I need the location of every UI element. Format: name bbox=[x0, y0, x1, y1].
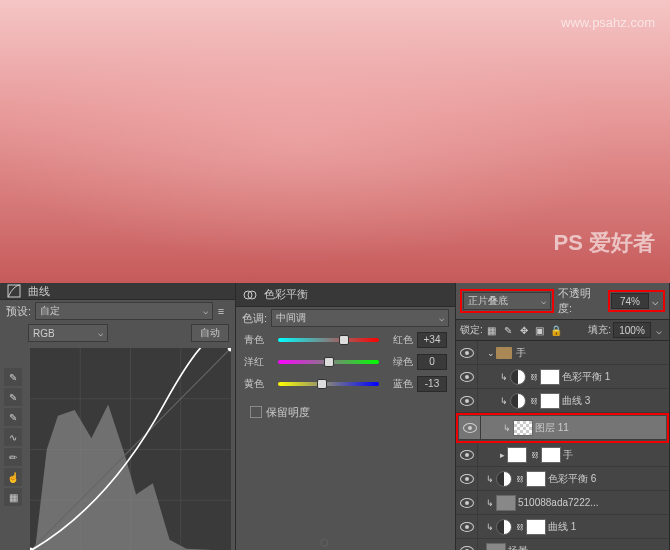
adjustment-icon bbox=[496, 471, 512, 487]
adjustment-icon bbox=[496, 519, 512, 535]
layer-row[interactable]: ↳ 图层 11 bbox=[459, 416, 666, 440]
preserve-luminosity-label: 保留明度 bbox=[266, 405, 310, 420]
auto-button[interactable]: 自动 bbox=[191, 324, 229, 342]
eye-icon bbox=[460, 498, 474, 508]
opacity-input[interactable] bbox=[611, 293, 649, 309]
visibility-toggle[interactable] bbox=[456, 515, 478, 539]
layer-row[interactable]: ↳⛓ 曲线 1 bbox=[456, 515, 669, 539]
visibility-toggle[interactable] bbox=[456, 341, 478, 365]
chevron-down-icon[interactable]: ⌵ bbox=[649, 295, 662, 308]
layer-name[interactable]: 曲线 3 bbox=[562, 394, 665, 408]
mask-thumbnail[interactable] bbox=[541, 447, 561, 463]
folder-icon bbox=[496, 347, 512, 359]
visibility-toggle[interactable] bbox=[456, 365, 478, 389]
layer-thumbnail[interactable] bbox=[496, 495, 516, 511]
tone-dropdown[interactable]: 中间调 bbox=[271, 309, 449, 327]
blend-mode-dropdown[interactable]: 正片叠底 bbox=[463, 292, 551, 310]
edit-points-icon[interactable]: ∿ bbox=[4, 428, 22, 446]
layers-list[interactable]: ⌄ 手 ↳⛓ 色彩平衡 1 ↳⛓ 曲线 3 ↳ 图层 11 ▸⛓ 手 ↳⛓ 色彩… bbox=[456, 341, 669, 550]
layer-row[interactable]: ↳⛓ 曲线 3 bbox=[456, 389, 669, 413]
opacity-label: 不透明度: bbox=[558, 286, 600, 316]
slider-right-label: 蓝色 bbox=[383, 377, 413, 391]
eyedropper-white-icon[interactable]: ✎ bbox=[4, 408, 22, 426]
slider-left-label: 青色 bbox=[244, 333, 274, 347]
mask-thumbnail[interactable] bbox=[540, 369, 560, 385]
slider-left-label: 洋红 bbox=[244, 355, 274, 369]
chevron-down-icon[interactable]: ⌵ bbox=[653, 325, 665, 336]
lock-label: 锁定: bbox=[460, 323, 483, 337]
layer-name[interactable]: 510088ada7222... bbox=[518, 497, 665, 508]
footer-logo: ⬡ bbox=[320, 537, 329, 548]
eye-icon bbox=[460, 546, 474, 551]
layer-thumbnail[interactable] bbox=[507, 447, 527, 463]
layer-thumbnail[interactable] bbox=[486, 543, 506, 551]
fill-input[interactable] bbox=[613, 322, 651, 338]
eyedropper-black-icon[interactable]: ✎ bbox=[4, 368, 22, 386]
lock-position-icon[interactable]: ✥ bbox=[517, 323, 531, 337]
tone-label: 色调: bbox=[242, 311, 267, 326]
slider-value[interactable]: -13 bbox=[417, 376, 447, 392]
layer-row[interactable]: ↳⛓ 色彩平衡 6 bbox=[456, 467, 669, 491]
eye-icon bbox=[460, 348, 474, 358]
draw-curve-icon[interactable]: ✏ bbox=[4, 448, 22, 466]
layer-name[interactable]: 手 bbox=[563, 448, 665, 462]
channel-dropdown[interactable]: RGB bbox=[28, 324, 108, 342]
visibility-toggle[interactable] bbox=[456, 389, 478, 413]
lock-artboard-icon[interactable]: ▣ bbox=[533, 323, 547, 337]
visibility-toggle[interactable] bbox=[456, 443, 478, 467]
color-balance-icon bbox=[242, 287, 258, 303]
layer-name[interactable]: 色彩平衡 6 bbox=[548, 472, 665, 486]
visibility-toggle[interactable] bbox=[456, 467, 478, 491]
preset-dropdown[interactable]: 自定 bbox=[35, 302, 213, 320]
eye-icon bbox=[463, 423, 477, 433]
layer-thumbnail[interactable] bbox=[513, 420, 533, 436]
slider-value[interactable]: 0 bbox=[417, 354, 447, 370]
slider-right-label: 红色 bbox=[383, 333, 413, 347]
link-icon: ⛓ bbox=[530, 397, 538, 405]
clip-icon[interactable]: ▦ bbox=[4, 488, 22, 506]
color-slider[interactable] bbox=[278, 335, 379, 345]
layer-name[interactable]: 色彩平衡 1 bbox=[562, 370, 665, 384]
eye-icon bbox=[460, 372, 474, 382]
color-balance-panel: 色彩平衡 色调: 中间调 青色 红色 +34 洋红 绿色 0 黄色 蓝色 -13 bbox=[236, 283, 456, 550]
canvas-preview: www.psahz.com PS 爱好者 bbox=[0, 0, 670, 283]
visibility-toggle[interactable] bbox=[456, 491, 478, 515]
mask-thumbnail[interactable] bbox=[540, 393, 560, 409]
watermark-url: www.psahz.com bbox=[561, 15, 655, 30]
visibility-toggle[interactable] bbox=[459, 416, 481, 440]
layer-row[interactable]: ↳⛓ 色彩平衡 1 bbox=[456, 365, 669, 389]
layer-row[interactable]: ▸⛓ 手 bbox=[456, 443, 669, 467]
layer-row[interactable]: ⌄ 手 bbox=[456, 341, 669, 365]
eye-icon bbox=[460, 522, 474, 532]
layer-name[interactable]: 图层 11 bbox=[535, 421, 662, 435]
adjustment-icon bbox=[510, 393, 526, 409]
mask-thumbnail[interactable] bbox=[526, 519, 546, 535]
lock-all-icon[interactable]: 🔒 bbox=[549, 323, 563, 337]
color-balance-title: 色彩平衡 bbox=[264, 287, 308, 302]
mask-thumbnail[interactable] bbox=[526, 471, 546, 487]
visibility-toggle[interactable] bbox=[456, 539, 478, 551]
eye-icon bbox=[460, 474, 474, 484]
eye-icon bbox=[460, 450, 474, 460]
preserve-luminosity-checkbox[interactable] bbox=[250, 406, 262, 418]
color-slider[interactable] bbox=[278, 357, 379, 367]
lock-transparency-icon[interactable]: ▦ bbox=[485, 323, 499, 337]
adjustment-icon bbox=[510, 369, 526, 385]
link-icon: ⛓ bbox=[516, 523, 524, 531]
curves-tools: ✎ ✎ ✎ ∿ ✏ ☝ ▦ bbox=[4, 348, 26, 550]
preset-menu-icon[interactable]: ≡ bbox=[213, 305, 229, 317]
layers-panel: 正片叠底 不透明度: ⌵ 锁定: ▦ ✎ ✥ ▣ 🔒 填充: ⌵ ⌄ 手 bbox=[456, 283, 670, 550]
curves-title: 曲线 bbox=[28, 284, 50, 299]
layer-name[interactable]: 场景 bbox=[508, 544, 665, 551]
slider-value[interactable]: +34 bbox=[417, 332, 447, 348]
layer-row[interactable]: 场景 bbox=[456, 539, 669, 550]
layer-name[interactable]: 手 bbox=[516, 346, 665, 360]
disclosure-arrow-icon[interactable]: ⌄ bbox=[486, 348, 496, 358]
lock-image-icon[interactable]: ✎ bbox=[501, 323, 515, 337]
eyedropper-gray-icon[interactable]: ✎ bbox=[4, 388, 22, 406]
layer-row[interactable]: ↳ 510088ada7222... bbox=[456, 491, 669, 515]
curves-graph[interactable] bbox=[30, 348, 231, 550]
color-slider[interactable] bbox=[278, 379, 379, 389]
layer-name[interactable]: 曲线 1 bbox=[548, 520, 665, 534]
hand-icon[interactable]: ☝ bbox=[4, 468, 22, 486]
